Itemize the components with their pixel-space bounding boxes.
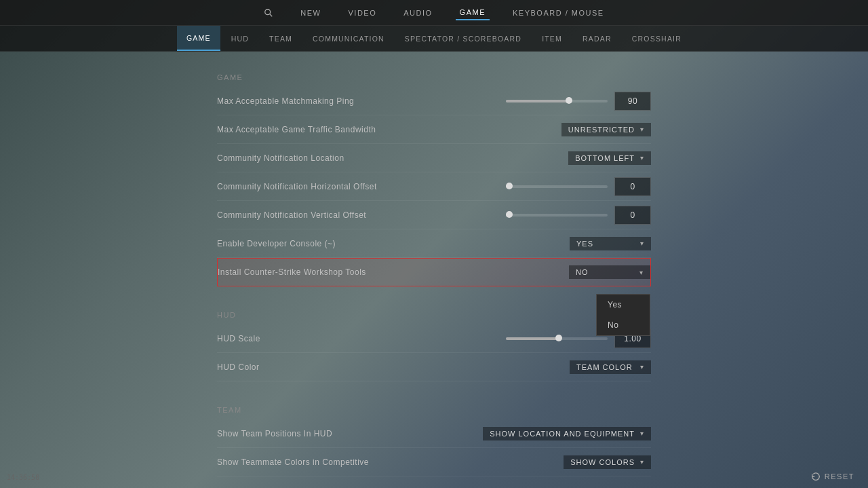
setting-team-positions: Show Team Positions In HUD SHOW LOCATION… — [217, 419, 651, 448]
setting-max-ping: Max Acceptable Matchmaking Ping — [217, 87, 651, 115]
chevron-down-icon: ▾ — [640, 154, 644, 162]
max-bandwidth-dropdown[interactable]: UNRESTRICTED ▾ — [561, 123, 651, 136]
chevron-down-icon: ▾ — [640, 430, 644, 437]
reset-button[interactable]: RESET — [811, 472, 854, 481]
notification-v-offset-slider[interactable] — [506, 214, 608, 217]
notification-h-offset-slider[interactable] — [506, 185, 608, 188]
top-nav-video[interactable]: VIDEO — [344, 6, 381, 20]
setting-notification-location-label: Community Notification Location — [217, 153, 568, 163]
tab-communication[interactable]: COMMUNICATION — [303, 26, 394, 51]
setting-dev-console-control: YES ▾ — [570, 237, 651, 250]
setting-max-bandwidth-label: Max Acceptable Game Traffic Bandwidth — [217, 125, 561, 134]
setting-hud-scale: HUD Scale — [217, 324, 651, 353]
team-positions-dropdown[interactable]: SHOW LOCATION AND EQUIPMENT ▾ — [483, 427, 651, 440]
setting-max-bandwidth: Max Acceptable Game Traffic Bandwidth UN… — [217, 115, 651, 144]
setting-notification-h-offset-label: Community Notification Horizontal Offset — [217, 182, 506, 191]
setting-notification-location: Community Notification Location BOTTOM L… — [217, 144, 651, 172]
tab-crosshair[interactable]: CROSSHAIR — [623, 26, 691, 51]
chevron-down-icon: ▾ — [640, 458, 644, 466]
setting-workshop-tools-label: Install Counter-Strike Workshop Tools — [218, 267, 569, 277]
sub-nav: GAME HUD TEAM COMMUNICATION SPECTATOR / … — [0, 26, 868, 52]
chevron-down-icon: ▾ — [640, 126, 644, 133]
teammate-colors-dropdown[interactable]: SHOW COLORS ▾ — [564, 455, 651, 469]
top-nav-search[interactable] — [260, 5, 277, 20]
setting-notification-v-offset: Community Notification Vertical Offset — [217, 201, 651, 229]
setting-max-bandwidth-control: UNRESTRICTED ▾ — [561, 123, 651, 136]
hud-scale-slider[interactable] — [506, 337, 608, 340]
search-icon — [264, 8, 273, 18]
tab-team[interactable]: TEAM — [260, 26, 302, 51]
content-area: Game Max Acceptable Matchmaking Ping — [0, 52, 868, 488]
reset-icon — [811, 472, 821, 481]
setting-workshop-tools: Install Counter-Strike Workshop Tools NO… — [217, 258, 651, 286]
setting-dev-console-label: Enable Developer Console (~) — [217, 239, 570, 248]
workshop-tools-dropdown-menu: Yes No — [596, 294, 650, 336]
notification-h-offset-input[interactable] — [614, 177, 651, 196]
top-nav: NEW VIDEO AUDIO GAME KEYBOARD / MOUSE — [0, 0, 868, 26]
top-nav-audio[interactable]: AUDIO — [399, 6, 436, 20]
setting-workshop-tools-control: NO ▾ Yes No — [569, 265, 650, 279]
chevron-down-icon: ▾ — [640, 363, 644, 371]
notification-location-dropdown[interactable]: BOTTOM LEFT ▾ — [568, 151, 651, 165]
bottom-bar: RESET — [797, 465, 868, 488]
setting-hud-color-label: HUD Color — [217, 362, 570, 372]
setting-teammate-colors: Show Teammate Colors in Competitive SHOW… — [217, 448, 651, 476]
setting-notification-h-offset-control — [506, 177, 651, 196]
setting-hud-scale-label: HUD Scale — [217, 334, 506, 343]
chevron-down-icon: ▾ — [640, 240, 644, 247]
setting-teammate-colors-control: SHOW COLORS ▾ — [564, 455, 651, 469]
section-hud-header: Hud — [217, 300, 651, 324]
setting-notification-v-offset-label: Community Notification Vertical Offset — [217, 210, 506, 220]
top-nav-keyboard-mouse[interactable]: KEYBOARD / MOUSE — [509, 6, 608, 20]
section-game-header: Game — [217, 62, 651, 87]
tab-item[interactable]: ITEM — [532, 26, 572, 51]
max-ping-slider[interactable] — [506, 100, 608, 102]
setting-team-positions-label: Show Team Positions In HUD — [217, 429, 483, 438]
setting-dev-console: Enable Developer Console (~) YES ▾ — [217, 229, 651, 258]
tab-hud[interactable]: HUD — [222, 26, 258, 51]
setting-team-positions-control: SHOW LOCATION AND EQUIPMENT ▾ — [483, 427, 651, 440]
max-ping-input[interactable] — [614, 92, 651, 111]
tab-game[interactable]: GAME — [177, 26, 220, 51]
section-team-header: Team — [217, 395, 651, 419]
notification-v-offset-input[interactable] — [614, 206, 651, 225]
setting-max-ping-control — [506, 92, 651, 111]
tab-spectator-scoreboard[interactable]: SPECTATOR / SCOREBOARD — [395, 26, 531, 51]
chevron-down-icon: ▾ — [639, 269, 644, 276]
setting-hud-color-control: TEAM COLOR ▾ — [570, 360, 651, 374]
hud-color-dropdown[interactable]: TEAM COLOR ▾ — [570, 360, 651, 374]
dev-console-dropdown[interactable]: YES ▾ — [570, 237, 651, 250]
setting-max-ping-label: Max Acceptable Matchmaking Ping — [217, 96, 506, 106]
svg-line-1 — [270, 14, 273, 16]
top-nav-new[interactable]: NEW — [296, 6, 325, 20]
setting-notification-v-offset-control — [506, 206, 651, 225]
workshop-tools-dropdown[interactable]: NO ▾ — [569, 265, 650, 279]
tab-radar[interactable]: RADAR — [573, 26, 621, 51]
workshop-tools-option-no[interactable]: No — [597, 315, 650, 335]
setting-notification-h-offset: Community Notification Horizontal Offset — [217, 172, 651, 201]
setting-teammate-colors-label: Show Teammate Colors in Competitive — [217, 457, 564, 467]
svg-point-0 — [265, 9, 271, 14]
setting-hud-color: HUD Color TEAM COLOR ▾ — [217, 353, 651, 381]
setting-notification-location-control: BOTTOM LEFT ▾ — [568, 151, 651, 165]
workshop-tools-option-yes[interactable]: Yes — [597, 295, 650, 315]
top-nav-game[interactable]: GAME — [456, 5, 490, 20]
